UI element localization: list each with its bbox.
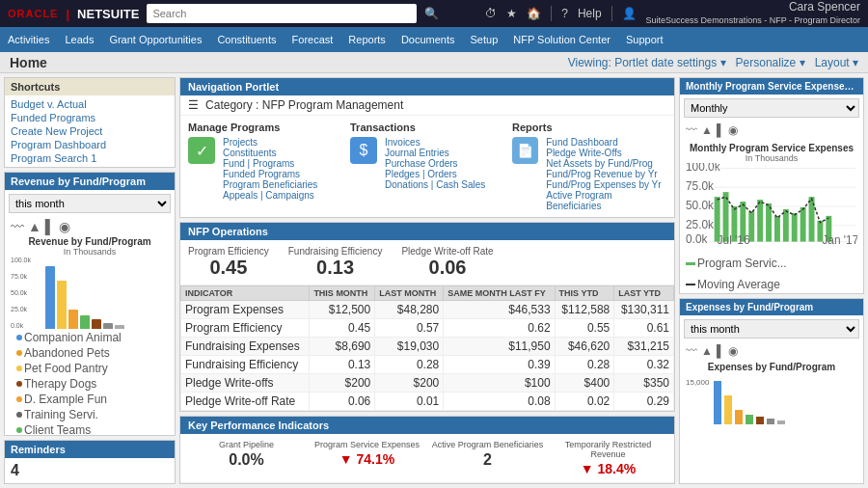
netsuite-logo: NETSUITE [77,7,139,21]
expenses-by-fund-box: Expenses by Fund/Program this month 〰 ▲ … [679,298,864,484]
nav-forecast[interactable]: Forecast [292,34,334,45]
transactions-links: Invoices Journal Entries Purchase Orders… [385,137,485,190]
area-chart-icon[interactable]: ▲ [28,219,41,234]
line-chart-icon[interactable]: 〰 [686,123,697,137]
revenue-legend: Companion Animal Abandoned Pets Pet Food… [11,329,169,436]
shortcut-search[interactable]: Program Search 1 [11,151,169,165]
expenses-chart-area: Expenses by Fund/Program 15,000 [680,360,863,427]
bar-petfood [57,281,67,329]
search-icon[interactable]: 🔍 [424,7,439,20]
expenses-chart-type-icons: 〰 ▲ ▌ ◉ [680,342,863,360]
personalize-btn[interactable]: Personalize ▾ [736,56,805,69]
row5-indicator: Pledge Write-off Rate [181,393,310,411]
user-name: Cara Spencer [646,0,860,15]
nfp-kpis: Program Efficiency 0.45 Fundraising Effi… [180,240,674,285]
kpi-card-program: Program Service Expenses ▼ 74.1% [309,440,425,476]
page-actions: Viewing: Portlet date settings ▾ Persona… [568,56,858,69]
row2-indicator: Fundraising Expenses [181,338,310,356]
link-active-beneficiaries[interactable]: Active Program Beneficiaries [546,190,666,211]
nav-setup[interactable]: Setup [471,34,499,45]
manage-programs-icon: ✓ [188,137,215,164]
link-fund-programs[interactable]: Fund | Programs [223,158,317,169]
reminders-header: Reminders [5,441,175,458]
pie-chart-icon[interactable]: ◉ [59,219,70,234]
kpi-card-beneficiaries: Active Program Beneficiaries 2 [429,440,546,476]
star-icon[interactable]: ★ [506,7,517,20]
link-constituents[interactable]: Constituents [223,148,317,158]
help-icon[interactable]: ? [561,7,568,20]
monthly-expenses-chart: Monthly Program Service Expenses In Thou… [680,139,863,255]
col-last-ytd: LAST YTD [614,286,674,301]
nav-constituents[interactable]: Constituents [217,34,276,45]
legend-therapy: Therapy Dogs [16,377,96,391]
link-pledge-writeoffs[interactable]: Pledge Write-Offs [546,148,666,158]
shortcut-funded[interactable]: Funded Programs [11,111,169,124]
link-funded-programs[interactable]: Funded Programs [223,169,317,179]
nav-grant-opportunities[interactable]: Grant Opportunities [109,34,202,45]
home-icon[interactable]: 🏠 [527,7,541,20]
top-icons: ⏱ ★ 🏠 ? Help 👤 Cara Spencer SuiteSuccess… [485,0,860,26]
page-title: Home [10,55,47,70]
manage-programs-section: Manage Programs ✓ Projects Constituents … [188,122,342,211]
col-this-month: THIS MONTH [310,286,375,301]
pie-chart-icon[interactable]: ◉ [728,123,738,137]
svg-rect-27 [724,395,732,424]
nav-support[interactable]: Support [626,34,664,45]
link-net-assets[interactable]: Net Assets by Fund/Prog [546,158,666,169]
clock-icon[interactable]: ⏱ [485,7,497,20]
revenue-header: Revenue by Fund/Program [5,173,175,190]
link-journal-entries[interactable]: Journal Entries [385,148,485,158]
shortcut-dashboard[interactable]: Program Dashboard [11,138,169,151]
link-appeals[interactable]: Appeals | Campaigns [223,190,317,201]
nav-leads[interactable]: Leads [65,34,94,45]
pie-chart-icon2[interactable]: ◉ [728,344,738,358]
link-fund-revenue[interactable]: Fund/Prog Revenue by Yr [546,169,666,179]
link-fund-dashboard[interactable]: Fund Dashboard [546,137,666,148]
link-projects[interactable]: Projects [223,137,317,148]
monthly-expenses-select[interactable]: Monthly [684,98,859,118]
nav-activities[interactable]: Activities [8,34,49,45]
svg-text:100.0k: 100.0k [686,163,720,174]
link-invoices[interactable]: Invoices [385,137,485,148]
line-chart-icon2[interactable]: 〰 [686,344,697,358]
portlet-category: ☰ Category : NFP Program Management [180,95,674,116]
link-program-beneficiaries[interactable]: Program Beneficiaries [223,179,317,190]
area-chart-icon[interactable]: ▲ [701,123,713,137]
expenses-select[interactable]: this month [684,319,859,339]
link-pledges[interactable]: Pledges | Orders [385,169,485,179]
middle-column: Navigation Portlet ☰ Category : NFP Prog… [179,77,675,484]
layout-btn[interactable]: Layout ▾ [815,56,858,69]
row0-same-month: $46,533 [444,301,555,319]
link-purchase-orders[interactable]: Purchase Orders [385,158,485,169]
reminder-count: 4 [5,458,175,483]
search-input[interactable] [147,4,417,23]
bar-other1 [103,323,113,329]
nav-reports[interactable]: Reports [348,34,386,45]
row4-indicator: Pledge Write-offs [181,374,310,393]
row3-indicator: Fundraising Efficiency [181,356,310,374]
nav-nfp[interactable]: NFP Solution Center [513,34,610,45]
link-donations[interactable]: Donations | Cash Sales [385,179,485,190]
svg-rect-19 [792,213,798,242]
nav-documents[interactable]: Documents [401,34,455,45]
reports-icon: 📄 [512,137,538,164]
kpi-pledge-writeoff: Pledge Write-off Rate 0.06 [401,246,493,279]
bar-chart-icon2[interactable]: ▌ [717,344,725,358]
revenue-chart-title: Revenue by Fund/Program [11,236,169,247]
portlet-date-settings[interactable]: Viewing: Portlet date settings ▾ [568,56,726,69]
user-subtitle: SuiteSuccess Demonstrations - NFP - Prog… [646,15,860,27]
col-same-month: SAME MONTH LAST FY [444,286,555,301]
user-icon[interactable]: 👤 [622,7,637,20]
svg-rect-15 [757,200,763,242]
shortcut-create[interactable]: Create New Project [11,124,169,138]
svg-rect-29 [746,415,753,424]
shortcut-budget[interactable]: Budget v. Actual [11,97,169,111]
svg-text:25.0k: 25.0k [686,218,714,231]
revenue-select[interactable]: this month [9,194,171,213]
area-chart-icon2[interactable]: ▲ [701,344,713,358]
shortcuts-box: Shortcuts Budget v. Actual Funded Progra… [4,77,176,168]
link-fund-expenses[interactable]: Fund/Prog Expenses by Yr [546,179,666,190]
line-chart-icon[interactable]: 〰 [11,219,24,234]
bar-chart-icon[interactable]: ▌ [45,219,55,234]
bar-chart-icon[interactable]: ▌ [717,123,725,137]
